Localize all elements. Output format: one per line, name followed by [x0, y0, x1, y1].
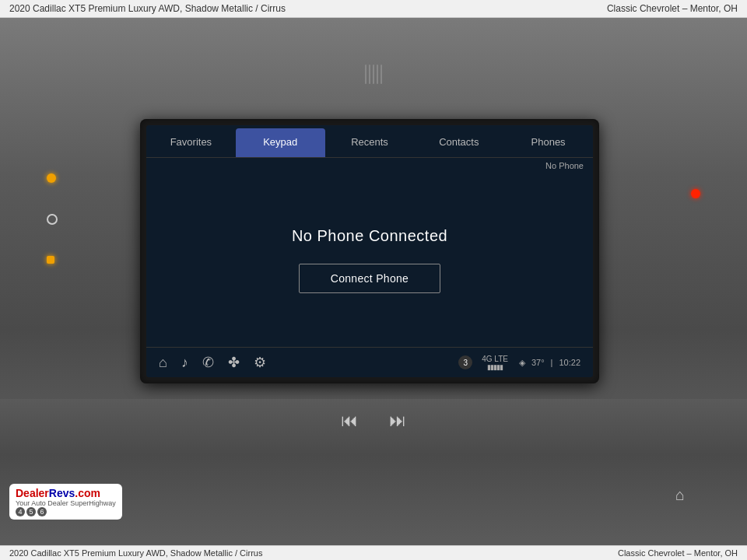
home-button-right[interactable]: ⌂ [675, 486, 685, 504]
top-watermark-bar: 2020 Cadillac XT5 Premium Luxury AWD, Sh… [0, 0, 747, 18]
dealerrevs-watermark: DealerRevs.com Your Auto Dealer SuperHig… [9, 484, 122, 520]
location-icon: ◈ [519, 358, 525, 368]
tab-phones[interactable]: Phones [503, 128, 593, 157]
top-vent [365, 65, 382, 84]
screen-bezel: Favorites Keypad Recents Contacts Phones… [140, 119, 599, 383]
nav-icons-left: ⌂ ♪ ✆ ✤ ⚙ [159, 354, 266, 371]
channel-badge: 3 [458, 355, 472, 369]
screen-status-bar: No Phone [146, 158, 593, 173]
indicator-amber [47, 173, 56, 183]
infotainment-screen: Favorites Keypad Recents Contacts Phones… [146, 125, 593, 377]
connect-phone-button[interactable]: Connect Phone [299, 264, 440, 293]
tab-recents[interactable]: Recents [325, 128, 415, 157]
music-nav-icon[interactable]: ♪ [181, 355, 188, 371]
pipe-separator: | [551, 358, 553, 367]
bottom-watermark-bar: 2020 Cadillac XT5 Premium Luxury AWD, Sh… [0, 545, 747, 560]
indicator-square [47, 256, 54, 264]
watermark-numbers: 4 5 6 [16, 507, 47, 516]
watermark-logo: DealerRevs.com [16, 487, 100, 499]
indicator-red [691, 189, 700, 198]
skip-back-button[interactable]: ⏮ [341, 411, 358, 431]
tab-favorites[interactable]: Favorites [146, 128, 236, 157]
car-interior: Favorites Keypad Recents Contacts Phones… [0, 18, 747, 539]
top-bar-right: Classic Chevrolet – Mentor, OH [607, 3, 738, 14]
skip-forward-button[interactable]: ⏭ [389, 411, 406, 431]
no-phone-connected-text: No Phone Connected [292, 227, 447, 245]
home-nav-icon[interactable]: ⌂ [159, 355, 167, 371]
tab-contacts[interactable]: Contacts [414, 128, 503, 157]
bottom-bar-right: Classic Chevrolet – Mentor, OH [618, 548, 738, 558]
settings-nav-icon[interactable]: ⚙ [254, 354, 266, 371]
clock: 10:22 [559, 358, 580, 367]
right-indicator [691, 189, 700, 198]
tab-keypad[interactable]: Keypad [236, 128, 325, 157]
nav-info-right: 3 4G LTE ▮▮▮▮▮ ◈ 37° | 10:22 [458, 355, 580, 371]
indicator-circle [47, 214, 58, 225]
signal-info: 4G LTE ▮▮▮▮▮ [482, 355, 508, 371]
temperature: 37° [531, 358, 545, 367]
left-indicators [47, 173, 58, 264]
apps-nav-icon[interactable]: ✤ [228, 354, 240, 371]
controls-row: ⏮ ⏭ [341, 411, 406, 431]
no-phone-status: No Phone [545, 161, 584, 170]
bottom-bar-left: 2020 Cadillac XT5 Premium Luxury AWD, Sh… [9, 548, 262, 558]
watermark-tagline: Your Auto Dealer SuperHighway [16, 499, 116, 507]
bottom-nav-bar: ⌂ ♪ ✆ ✤ ⚙ 3 4G LTE ▮▮▮▮▮ ◈ 37° [146, 347, 593, 377]
tab-bar: Favorites Keypad Recents Contacts Phones [146, 125, 593, 158]
phone-nav-icon[interactable]: ✆ [202, 354, 214, 371]
screen-main-content: No Phone Connected Connect Phone [146, 173, 593, 347]
top-bar-left: 2020 Cadillac XT5 Premium Luxury AWD, Sh… [9, 3, 286, 14]
